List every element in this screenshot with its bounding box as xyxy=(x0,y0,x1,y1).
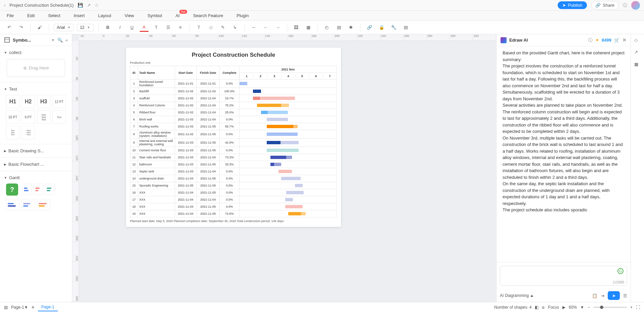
font-color-button[interactable]: A xyxy=(140,23,148,32)
ai-copy-icon[interactable]: 📋 xyxy=(592,293,597,298)
italic-button[interactable]: I xyxy=(116,23,124,32)
zoom-value[interactable]: 60% xyxy=(569,305,577,310)
lock-button[interactable]: 🔒 xyxy=(377,23,386,32)
menu-ai[interactable]: AIhot xyxy=(175,13,179,18)
line-color-button[interactable]: ✎ xyxy=(219,23,227,32)
underline-button[interactable]: U xyxy=(128,23,136,32)
menu-plugin[interactable]: Plugin xyxy=(237,13,249,18)
font-family-dropdown[interactable]: Arial▼ xyxy=(54,24,74,31)
export-icon[interactable]: ↗ xyxy=(87,3,91,8)
add-page-button[interactable]: + xyxy=(32,304,35,310)
font-size-dropdown[interactable]: 12▼ xyxy=(77,24,94,31)
back-icon[interactable]: ‹ xyxy=(4,3,5,8)
collapse-icon[interactable]: « xyxy=(66,38,68,43)
line-spacing-button[interactable]: ≡ xyxy=(176,23,185,32)
save-icon[interactable]: 💾 xyxy=(78,3,83,8)
menu-file[interactable]: File xyxy=(7,13,14,18)
canvas[interactable]: Project Construction Schedule Production… xyxy=(79,41,496,302)
text-10pt[interactable]: 10 PT xyxy=(6,110,19,124)
zoom-out-button[interactable]: − xyxy=(588,305,590,310)
ai-send-button[interactable]: ➤ xyxy=(608,291,620,300)
align-button[interactable]: ☰ xyxy=(164,23,173,32)
page-dropdown[interactable]: Page-1▼ xyxy=(11,305,28,310)
gantt-section-header[interactable]: ▼Gantt xyxy=(4,174,68,181)
gantt-template-6[interactable] xyxy=(37,199,50,210)
text-h1[interactable]: H1 xyxy=(6,95,19,108)
help-icon[interactable]: ⓘ xyxy=(623,2,627,8)
zoom-slider[interactable] xyxy=(593,307,627,308)
diamond-icon[interactable]: ◇ xyxy=(634,38,641,44)
strikethrough-button[interactable]: T xyxy=(152,23,161,32)
menu-symbol[interactable]: Symbol xyxy=(147,13,162,18)
help-bubble-icon[interactable]: ? xyxy=(6,184,18,196)
menu-insert[interactable]: Insert xyxy=(74,13,85,18)
undo-button[interactable]: ↶ xyxy=(5,23,13,32)
gantt-template-5[interactable] xyxy=(22,199,35,210)
link-button[interactable]: 🔗 xyxy=(365,23,374,32)
ai-info-icon[interactable]: ⓘ xyxy=(588,37,593,43)
format-painter-button[interactable]: 🖌 xyxy=(35,23,44,32)
tools-button[interactable]: 🔧 xyxy=(389,23,398,32)
effects-button[interactable]: ✺ xyxy=(347,23,355,32)
text-section-header[interactable]: ▼Text xyxy=(4,85,68,93)
search-icon[interactable]: 🔍 xyxy=(57,38,63,43)
basic-flowchart-section-header[interactable]: ▶Basic Flowchart ... xyxy=(4,160,68,168)
text-block[interactable]: TextTextText xyxy=(37,110,50,124)
export-panel-icon[interactable]: ↗ xyxy=(634,50,641,56)
ai-export-icon[interactable]: ⇥ xyxy=(601,293,604,298)
ai-close-icon[interactable]: ✕ xyxy=(622,37,627,43)
menu-search-feature[interactable]: Search Feature xyxy=(193,13,223,18)
gantt-template-3[interactable] xyxy=(45,184,54,195)
line-style-button[interactable]: ─ xyxy=(249,23,258,32)
presentation-icon[interactable]: ▶ xyxy=(562,305,565,310)
group-button[interactable]: ▤ xyxy=(335,23,343,32)
chevron-down-icon[interactable]: ▼ xyxy=(51,38,55,42)
arrow-end-button[interactable]: → xyxy=(273,23,282,32)
text-small[interactable]: Text xyxy=(52,110,66,124)
gantt-template-2[interactable] xyxy=(34,184,43,195)
user-avatar[interactable] xyxy=(631,1,640,10)
ai-mode-dropdown[interactable]: AI Diagramming ▲ xyxy=(500,293,589,298)
focus-icon[interactable]: ⧈ xyxy=(542,305,545,310)
layer-button[interactable]: ▦ xyxy=(304,23,313,32)
text-12pt[interactable]: 12 PT xyxy=(52,95,66,108)
page-list-icon[interactable]: ▤ xyxy=(4,305,8,310)
menu-select[interactable]: Select xyxy=(48,13,60,18)
fill-button[interactable]: ◇ xyxy=(207,23,215,32)
text-h2[interactable]: H2 xyxy=(22,95,35,108)
menu-view[interactable]: View xyxy=(125,13,134,18)
text-9pt[interactable]: 9 PT xyxy=(22,110,35,124)
menu-edit[interactable]: Edit xyxy=(27,13,35,18)
share-button[interactable]: 🔗 Share xyxy=(591,1,619,9)
image-button[interactable]: 🖼 xyxy=(292,23,301,32)
fullscreen-icon[interactable]: ⛶ xyxy=(636,305,640,310)
text-h3[interactable]: H3 xyxy=(37,95,50,108)
focus-label[interactable]: Focus xyxy=(548,305,559,310)
ai-cart-icon[interactable]: 🛒 xyxy=(614,38,619,43)
ai-input[interactable]: G 1/1000 xyxy=(500,266,627,286)
gantt-template-1[interactable] xyxy=(22,184,32,195)
publish-button[interactable]: ➤ Publish xyxy=(558,1,587,9)
align-objects-button[interactable]: ◴ xyxy=(323,23,331,32)
drag-here-zone[interactable]: ⊕ Drag Here xyxy=(7,59,65,77)
layers-icon[interactable]: ◧ xyxy=(535,305,539,310)
grammarly-icon[interactable]: G xyxy=(617,268,624,274)
redo-button[interactable]: ↷ xyxy=(17,23,26,32)
text-card[interactable]: TextTextText xyxy=(6,126,19,139)
collect-section-header[interactable]: ▼collect xyxy=(4,49,68,56)
zoom-in-button[interactable]: + xyxy=(630,305,633,310)
arrow-start-button[interactable]: ← xyxy=(261,23,270,32)
grid-icon[interactable]: ▦ xyxy=(634,62,641,68)
text-tool-button[interactable]: T xyxy=(195,23,203,32)
ai-menu-icon[interactable]: ☰ xyxy=(623,293,627,298)
menu-layout[interactable]: Layout xyxy=(98,13,111,18)
connector-button[interactable]: ↳ xyxy=(231,23,240,32)
page-document[interactable]: Project Construction Schedule Production… xyxy=(126,48,341,227)
bold-button[interactable]: B xyxy=(103,23,112,32)
page-tab-1[interactable]: Page-1 xyxy=(38,303,58,311)
text-bullets[interactable]: • Text• Text• Text xyxy=(22,126,35,139)
star-icon[interactable]: ☆ xyxy=(95,3,99,8)
gantt-template-4[interactable] xyxy=(6,199,19,210)
basic-drawing-section-header[interactable]: ▶Basic Drawing S... xyxy=(4,147,68,155)
more-button[interactable]: ▤ xyxy=(401,23,410,32)
